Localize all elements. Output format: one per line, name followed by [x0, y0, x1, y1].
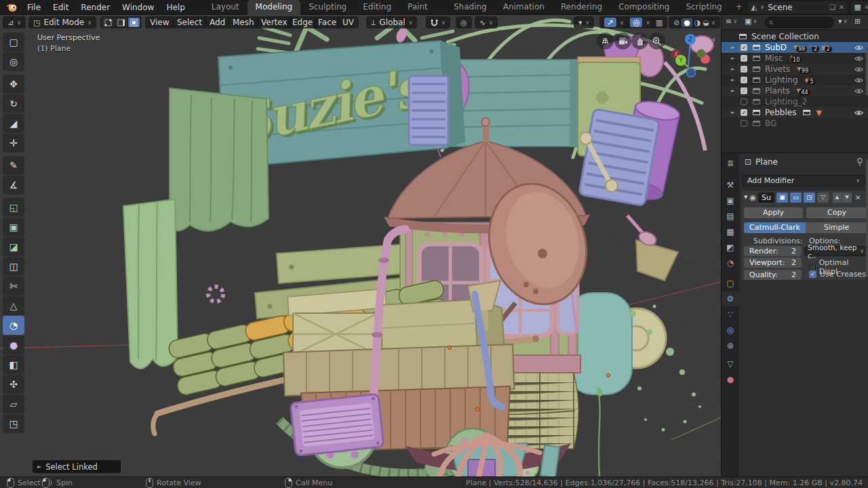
proportional-editing-toggle[interactable]: ◎ [456, 16, 472, 28]
outliner-filter-type-button[interactable]: ▣ ∨ [745, 17, 757, 26]
transform-orientation-dropdown[interactable]: ⟂ Global ∨ [366, 16, 417, 28]
add-workspace-button[interactable]: + [730, 0, 748, 15]
tool-cursor[interactable]: ◎ [3, 52, 24, 71]
eye-icon[interactable] [854, 77, 863, 83]
render-subdivisions-field[interactable]: Render: 2 [744, 246, 802, 256]
modifier-cage-toggle[interactable]: ▽ [817, 192, 829, 203]
tool-scale[interactable]: ◢ [3, 114, 24, 133]
tab-shading[interactable]: Shading [446, 0, 495, 15]
apply-button[interactable]: Apply [744, 207, 803, 218]
eye-icon[interactable] [854, 56, 863, 62]
tab-modifiers[interactable]: ⚙ [722, 291, 739, 306]
catmull-clark-button[interactable]: Catmull-Clark [744, 222, 806, 233]
tool-measure[interactable]: ∡ [3, 176, 24, 195]
menu-edit[interactable]: Edit [47, 0, 75, 15]
menu-file[interactable]: File [21, 0, 47, 15]
menu-select[interactable]: Select [172, 16, 207, 28]
outliner-item-misc[interactable]: ► ✓ Misc ∥10 [722, 53, 868, 64]
outliner-item-lighting[interactable]: ► ✓ Lighting ◉5 [722, 75, 868, 85]
tab-render[interactable]: ▣ [722, 193, 739, 208]
proportional-falloff-dropdown[interactable]: ∿ ∨ [475, 16, 498, 28]
tool-shear[interactable]: ▱ [3, 394, 24, 413]
region-collapse-icon[interactable]: ‹ [712, 34, 715, 44]
radiator[interactable] [290, 394, 383, 455]
uv-smooth-dropdown[interactable]: Smooth, keep c.. ∨ [804, 246, 867, 256]
tab-texture-paint[interactable]: Texture Paint [399, 0, 446, 15]
outliner-item-bg[interactable]: ► BG [722, 118, 868, 129]
mode-selector[interactable]: ◳ Edit Mode ∨ [28, 16, 96, 28]
visibility-dropdown[interactable]: ▾ ∨ [574, 16, 594, 28]
tool-rotate[interactable]: ↻ [3, 94, 24, 113]
simple-button[interactable]: Simple [806, 222, 867, 233]
delete-scene-icon[interactable]: ✕ [839, 3, 844, 11]
xray-toggle[interactable]: ▥ [651, 16, 667, 28]
viewport-area[interactable]: Suzie's Suzie's [0, 15, 721, 476]
modifier-editmode-toggle[interactable]: ◳ [804, 192, 815, 203]
tab-layout[interactable]: Layout [203, 0, 248, 15]
modifier-delete-button[interactable]: ✕ [855, 194, 861, 201]
tool-transform[interactable]: ✛ [3, 134, 24, 152]
collection-checkbox[interactable] [741, 120, 747, 127]
tool-smooth[interactable]: ● [3, 336, 24, 354]
tab-physics[interactable]: ◎ [722, 323, 739, 338]
outliner-root-row[interactable]: Scene Collection [722, 31, 868, 42]
panel-expand-icon[interactable]: ▼ [744, 195, 747, 200]
expand-icon[interactable]: ► [731, 56, 738, 61]
outliner-item-lighting-2[interactable]: ► Lighting_2 [722, 96, 868, 107]
wireframe-shading-button[interactable]: ⊘ [673, 18, 679, 27]
tab-world[interactable]: ◔ [722, 256, 739, 270]
rendered-shading-button[interactable]: ◒ [703, 18, 709, 27]
collection-checkbox[interactable] [741, 98, 747, 105]
modifier-move-up-button[interactable]: ▲ [833, 192, 842, 203]
vertex-select-button[interactable] [102, 18, 114, 27]
outliner-item-pebbles[interactable]: ► ✓ Pebbles ▼ [722, 107, 868, 118]
collection-checkbox[interactable]: ✓ [741, 109, 747, 116]
search-input[interactable] [776, 18, 830, 27]
axis-ball-neg-z[interactable] [687, 68, 696, 77]
camera-button[interactable] [614, 33, 631, 49]
tab-constraints[interactable]: ⊛ [722, 338, 739, 353]
viewport-subdivisions-field[interactable]: Viewport: 2 [744, 258, 802, 268]
menu-face[interactable]: Face [313, 16, 341, 28]
tool-inset-faces[interactable]: ▣ [3, 218, 24, 237]
tab-scripting[interactable]: Scripting [677, 0, 730, 15]
scene-selector[interactable]: ◭ ∨ Scene ❏ ✕ [748, 1, 848, 14]
tool-extrude-region[interactable]: ◱ [3, 198, 24, 217]
tool-bevel[interactable]: ◪ [3, 237, 24, 256]
navigation-gizmo[interactable]: X Y Z [665, 31, 713, 81]
collection-checkbox[interactable]: ✓ [741, 55, 747, 62]
modifier-render-toggle[interactable]: ▣ [776, 192, 788, 203]
tab-scene[interactable]: ◩ [722, 240, 739, 255]
tab-rendering[interactable]: Rendering [553, 0, 610, 15]
blender-logo-icon[interactable] [5, 3, 17, 12]
eye-icon[interactable] [854, 110, 863, 116]
tab-material[interactable]: ● [722, 372, 739, 387]
new-collection-button[interactable]: ⊞ [854, 17, 861, 26]
new-scene-icon[interactable]: ❏ [829, 3, 835, 11]
tool-rip-region[interactable]: ◳ [3, 414, 24, 433]
solid-shading-button[interactable]: ● [682, 18, 692, 27]
axis-ball-neg-y[interactable] [697, 49, 706, 58]
zoom-view-button[interactable] [648, 33, 665, 49]
collection-checkbox[interactable]: ✓ [741, 87, 747, 94]
tool-spin[interactable]: ◔ [3, 316, 24, 335]
tool-knife[interactable]: ✄ [3, 277, 24, 296]
pin-icon[interactable] [856, 158, 863, 168]
tool-edge-slide[interactable]: ◧ [3, 355, 24, 374]
tool-select-box[interactable]: ▢ [3, 33, 24, 52]
collection-checkbox[interactable]: ✓ [741, 44, 747, 51]
tab-sculpting[interactable]: Sculpting [300, 0, 355, 15]
tool-annotate[interactable]: ✎ [3, 156, 24, 175]
menu-vertex[interactable]: Vertex [256, 16, 292, 28]
expand-icon[interactable]: ► [731, 66, 738, 72]
snap-toggle[interactable]: ∨ [426, 16, 450, 28]
expand-icon[interactable]: ► [731, 110, 738, 115]
outliner-filter-button[interactable]: ▾ ∨ [838, 17, 847, 26]
menu-uv[interactable]: UV [338, 16, 359, 28]
eye-icon[interactable] [854, 88, 863, 94]
tab-output[interactable]: ▤ [722, 209, 739, 224]
menu-help[interactable]: Help [160, 0, 191, 15]
modifier-move-down-button[interactable]: ▼ [842, 192, 852, 203]
modifier-name-field[interactable]: Su [758, 192, 774, 203]
edge-select-button[interactable] [115, 18, 127, 27]
